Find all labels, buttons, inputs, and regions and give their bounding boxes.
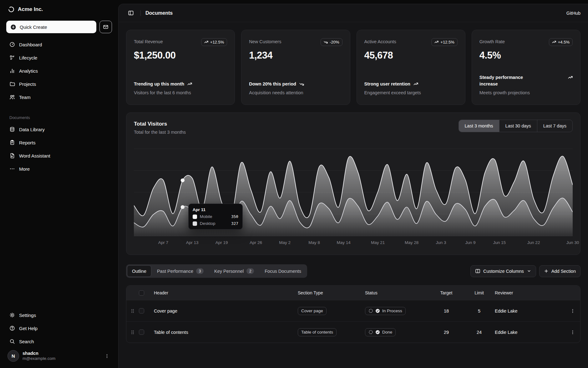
sidebar-item-label: Lifecycle xyxy=(19,55,37,60)
sidebar-item-label: More xyxy=(19,166,30,172)
github-link[interactable]: GitHub xyxy=(566,11,580,16)
trending-up-icon xyxy=(204,40,208,44)
customize-columns-button[interactable]: Customize Columns xyxy=(470,265,536,277)
sidebar-item-lifecycle[interactable]: Lifecycle xyxy=(6,51,112,64)
sidebar-item-label: Projects xyxy=(19,81,36,87)
sidebar-item-label: Data Library xyxy=(19,127,45,132)
sidebar-item-word-assistant[interactable]: Word Assistant xyxy=(6,149,112,162)
card-value: 45,678 xyxy=(364,50,458,61)
trending-down-icon xyxy=(324,40,328,44)
tooltip-row-mobile: Mobile 350 xyxy=(193,214,238,219)
sidebar-item-settings[interactable]: Settings xyxy=(6,309,112,321)
visitors-chart[interactable]: Apr 7Apr 13Apr 19Apr 26May 2May 8May 14M… xyxy=(134,148,573,248)
range-last-3-months[interactable]: Last 3 months xyxy=(459,120,499,132)
brand[interactable]: Acme Inc. xyxy=(6,6,112,13)
sidebar-main-nav: Dashboard Lifecycle Analytics Projects T… xyxy=(6,38,112,103)
drag-handle[interactable] xyxy=(126,308,139,314)
column-target: Target xyxy=(429,290,464,295)
view-tabs: Outline Past Performance 3 Key Personnel… xyxy=(126,264,307,278)
row-header-cell[interactable]: Table of contents xyxy=(154,330,298,335)
sidebar-item-search[interactable]: Search xyxy=(6,335,112,348)
x-tick-label: Jun 30 xyxy=(566,240,579,245)
quick-create-button[interactable]: Quick Create xyxy=(6,21,96,33)
trend-badge: +12.5% xyxy=(201,38,227,46)
count-badge: 2 xyxy=(246,268,254,274)
sidebar-item-analytics[interactable]: Analytics xyxy=(6,65,112,77)
stat-cards: Total Revenue +12.5% $1,250.00 Trending … xyxy=(126,30,580,105)
tab-key-personnel[interactable]: Key Personnel 2 xyxy=(209,265,259,277)
target-cell[interactable]: 29 xyxy=(429,330,464,335)
x-tick-label: Apr 19 xyxy=(215,240,228,245)
row-menu-button[interactable] xyxy=(565,308,580,314)
range-last-30-days[interactable]: Last 30 days xyxy=(499,120,537,132)
card-footer-desc: Engagement exceed targets xyxy=(364,90,458,95)
desktop-swatch xyxy=(193,221,197,226)
card-footer-desc: Acquisition needs attention xyxy=(249,90,342,95)
sidebar-item-team[interactable]: Team xyxy=(6,91,112,103)
sidebar-toggle-button[interactable] xyxy=(126,8,136,18)
folder-icon xyxy=(9,81,15,87)
limit-cell[interactable]: 5 xyxy=(464,308,495,314)
database-icon xyxy=(9,127,15,132)
tab-outline[interactable]: Outline xyxy=(127,265,151,277)
drag-handle[interactable] xyxy=(126,330,139,335)
column-section-type: Section Type xyxy=(298,290,365,295)
circle-check-icon xyxy=(375,308,380,313)
page-title: Documents xyxy=(145,10,173,16)
user-options-button[interactable] xyxy=(103,352,111,360)
circle-check-icon xyxy=(375,330,380,334)
sidebar-item-label: Get Help xyxy=(19,326,38,331)
loader-icon xyxy=(368,308,373,313)
card-footer-title: Down 20% this period xyxy=(249,81,342,88)
row-header-cell[interactable]: Cover page xyxy=(154,308,298,314)
card-label: Total Revenue xyxy=(134,38,163,44)
column-reviewer: Reviewer xyxy=(495,290,565,295)
loader-icon xyxy=(368,330,373,334)
range-last-7-days[interactable]: Last 7 days xyxy=(537,120,572,132)
reviewer-cell[interactable]: Eddie Lake xyxy=(495,308,565,314)
inbox-button[interactable] xyxy=(99,21,112,33)
reviewer-cell[interactable]: Eddie Lake xyxy=(495,330,565,335)
add-section-button[interactable]: Add Section xyxy=(539,265,580,277)
columns-icon xyxy=(475,268,480,274)
row-checkbox[interactable] xyxy=(139,308,144,314)
content: Total Revenue +12.5% $1,250.00 Trending … xyxy=(119,22,588,343)
mobile-swatch xyxy=(193,215,197,219)
card-label: Growth Rate xyxy=(479,38,505,44)
card-total-revenue: Total Revenue +12.5% $1,250.00 Trending … xyxy=(126,30,235,105)
target-cell[interactable]: 18 xyxy=(429,308,464,314)
sidebar-item-reports[interactable]: Reports xyxy=(6,136,112,149)
user-menu-row[interactable]: N shadcn m@example.com xyxy=(6,348,112,363)
sidebar-item-get-help[interactable]: Get Help xyxy=(6,322,112,334)
sidebar: Acme Inc. Quick Create Dashboard xyxy=(0,0,118,368)
sidebar-item-more[interactable]: More xyxy=(6,163,112,175)
card-value: 4.5% xyxy=(479,50,573,61)
x-tick-label: Jun 22 xyxy=(527,240,540,245)
tab-past-performance[interactable]: Past Performance 3 xyxy=(152,265,209,277)
sidebar-footer-nav: Settings Get Help Search xyxy=(6,309,112,348)
limit-cell[interactable]: 24 xyxy=(464,330,495,335)
gauge-icon xyxy=(9,42,15,47)
row-checkbox[interactable] xyxy=(139,329,144,335)
trend-badge: +12.5% xyxy=(431,38,457,46)
sidebar-item-data-library[interactable]: Data Library xyxy=(6,123,112,136)
x-tick-label: May 14 xyxy=(337,240,350,245)
sidebar-section-label: Documents xyxy=(6,115,112,120)
table-row: Table of contents Table of contents Done… xyxy=(126,321,580,343)
sidebar-item-projects[interactable]: Projects xyxy=(6,78,112,90)
card-footer-desc: Visitors for the last 6 months xyxy=(134,90,227,95)
select-all-checkbox[interactable] xyxy=(139,290,144,296)
sidebar-item-label: Reports xyxy=(19,140,36,145)
help-circle-icon xyxy=(9,325,15,331)
trend-badge: +4.5% xyxy=(549,38,573,46)
row-menu-button[interactable] xyxy=(565,330,580,335)
brand-name: Acme Inc. xyxy=(18,6,43,13)
search-icon xyxy=(9,339,15,344)
x-tick-label: Jun 15 xyxy=(493,240,506,245)
sidebar-item-dashboard[interactable]: Dashboard xyxy=(6,38,112,51)
status-badge: In Process xyxy=(365,307,406,315)
documents-table: Header Section Type Status Target Limit … xyxy=(126,285,580,343)
table-toolbar: Outline Past Performance 3 Key Personnel… xyxy=(126,264,580,278)
tab-focus-documents[interactable]: Focus Documents xyxy=(260,265,306,277)
card-value: $1,250.00 xyxy=(134,50,227,61)
